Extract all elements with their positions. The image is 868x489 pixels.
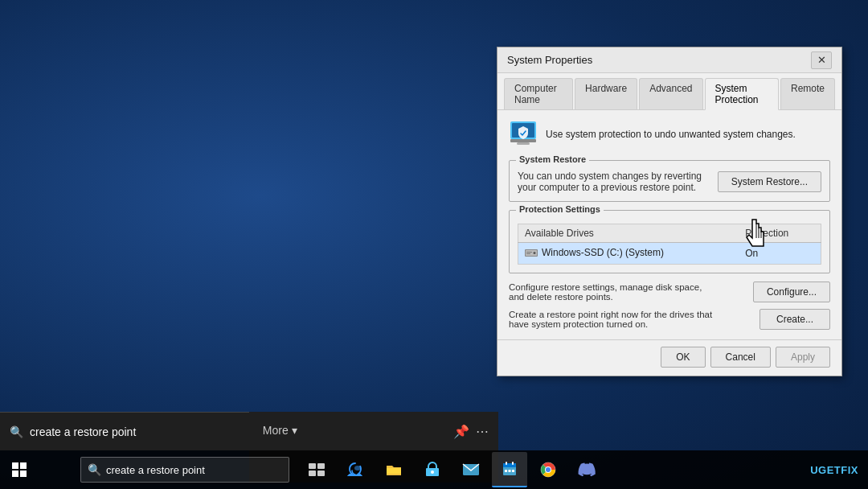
- col-drives: Available Drives: [518, 224, 739, 243]
- store-button[interactable]: [415, 452, 450, 487]
- system-restore-section: System Restore You can undo system chang…: [509, 160, 830, 202]
- ugetfix-branding: UGETFIX: [810, 464, 858, 476]
- protection-settings-label: Protection Settings: [516, 204, 604, 214]
- taskbar-icons: [299, 452, 604, 487]
- svg-point-18: [534, 252, 536, 254]
- system-restore-content: You can undo system changes by reverting…: [518, 167, 821, 193]
- taskbar-search-text: create a restore point: [106, 464, 205, 476]
- system-restore-button[interactable]: System Restore...: [718, 171, 821, 192]
- menu-dots-icon[interactable]: ⋯: [476, 424, 489, 439]
- start-button[interactable]: [0, 450, 39, 489]
- taskbar: 🔍 create a restore point: [0, 450, 868, 489]
- search-input-bar: 🔍: [0, 412, 249, 450]
- dialog-controls: ✕: [811, 51, 832, 69]
- calendar-button[interactable]: [492, 452, 527, 487]
- dialog-tabs: Computer Name Hardware Advanced System P…: [497, 73, 841, 110]
- svg-rect-20: [526, 253, 530, 254]
- configure-button[interactable]: Configure...: [753, 281, 830, 302]
- protection-status: On: [739, 243, 821, 265]
- file-explorer-button[interactable]: [376, 452, 411, 487]
- mail-button[interactable]: [453, 452, 489, 487]
- discord-button[interactable]: [569, 452, 604, 487]
- cancel-button[interactable]: Cancel: [710, 347, 771, 368]
- svg-rect-15: [517, 142, 530, 145]
- configure-row: Configure restore settings, manage disk …: [509, 281, 830, 302]
- system-protection-icon: [509, 120, 538, 149]
- configure-desc: Configure restore settings, manage disk …: [509, 282, 753, 302]
- svg-rect-32: [512, 462, 514, 465]
- svg-point-27: [431, 471, 434, 474]
- ok-button[interactable]: OK: [661, 347, 705, 368]
- task-view-button[interactable]: [299, 452, 334, 487]
- tab-remote[interactable]: Remote: [780, 78, 835, 109]
- tab-system-protection[interactable]: System Protection: [705, 78, 779, 110]
- dialog-close-button[interactable]: ✕: [811, 51, 832, 69]
- apply-button[interactable]: Apply: [776, 347, 830, 368]
- dialog-header-text: Use system protection to undo unwanted s…: [546, 129, 796, 140]
- svg-rect-14: [510, 139, 536, 142]
- table-row[interactable]: Windows-SSD (C:) (System) On: [518, 243, 821, 265]
- svg-rect-19: [526, 252, 532, 253]
- svg-rect-35: [512, 470, 514, 472]
- edge-button[interactable]: [338, 452, 373, 487]
- svg-rect-30: [503, 463, 516, 467]
- svg-rect-21: [309, 463, 316, 469]
- create-button[interactable]: Create...: [760, 309, 830, 330]
- create-row: Create a restore point right now for the…: [509, 309, 830, 330]
- drive-icon: Windows-SSD (C:) (System): [525, 247, 664, 258]
- dialog-content: Use system protection to undo unwanted s…: [497, 110, 841, 339]
- taskbar-search-icon: 🔍: [88, 463, 101, 476]
- dialog-footer: OK Cancel Apply: [497, 339, 841, 376]
- system-restore-label: System Restore: [516, 154, 589, 164]
- drive-name-cell: Windows-SSD (C:) (System): [518, 243, 739, 265]
- col-protection: Protection: [739, 224, 821, 243]
- protection-settings-section: Protection Settings Available Drives Pro…: [509, 210, 830, 273]
- svg-rect-33: [505, 470, 507, 472]
- svg-rect-31: [506, 462, 507, 465]
- dialog-header: Use system protection to undo unwanted s…: [509, 120, 830, 149]
- tab-computer-name[interactable]: Computer Name: [504, 78, 573, 109]
- search-input[interactable]: [30, 425, 240, 438]
- taskbar-search-bar[interactable]: 🔍 create a restore point: [80, 457, 289, 483]
- create-desc: Create a restore point right now for the…: [509, 310, 760, 329]
- taskbar-right: UGETFIX: [800, 464, 868, 476]
- dialog-title: System Properties: [507, 54, 811, 66]
- svg-point-38: [546, 467, 551, 472]
- svg-rect-22: [317, 463, 325, 469]
- search-magnifier-icon: 🔍: [10, 425, 23, 438]
- tab-more[interactable]: More ▾: [247, 412, 313, 450]
- system-properties-dialog: System Properties ✕ Computer Name Hardwa…: [497, 47, 842, 376]
- windows-logo-icon: [12, 462, 27, 477]
- chrome-button[interactable]: [530, 452, 566, 487]
- tab-hardware[interactable]: Hardware: [575, 78, 637, 109]
- search-window: All Apps Documents Web More ▾ 📌 ⋯ Best m…: [0, 412, 498, 450]
- svg-rect-34: [509, 470, 511, 472]
- drives-table: Available Drives Protection: [518, 224, 821, 265]
- svg-rect-23: [309, 471, 316, 476]
- svg-rect-24: [317, 471, 325, 476]
- pin-icon[interactable]: 📌: [453, 424, 469, 439]
- tab-advanced[interactable]: Advanced: [639, 78, 702, 109]
- system-restore-desc: You can undo system changes by reverting…: [518, 171, 710, 193]
- dialog-titlebar: System Properties ✕: [497, 47, 841, 73]
- svg-point-25: [354, 466, 361, 471]
